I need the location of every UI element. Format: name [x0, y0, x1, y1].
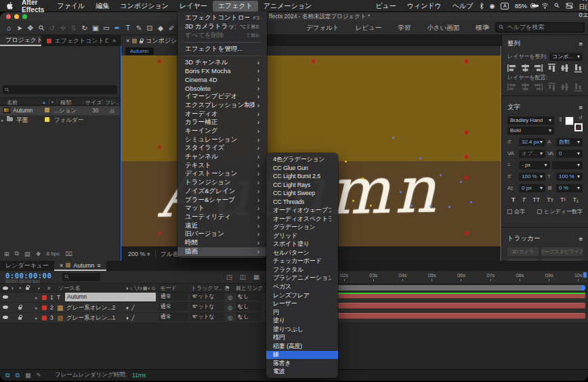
hindi-digits-checkbox[interactable]: ヒンディー数字 [537, 208, 583, 215]
column-type[interactable]: 種類 [60, 99, 71, 106]
disclosure-arrow-icon[interactable]: ▸ [1, 116, 4, 125]
distribute-right-icon[interactable] [534, 83, 543, 91]
submenu-item[interactable]: 塗りつぶし [266, 325, 338, 334]
project-item-folder[interactable]: ▸ 平面 フォルダー [0, 116, 120, 125]
text-tool[interactable]: T [123, 24, 133, 32]
menu-category[interactable]: マット [177, 204, 267, 213]
fill-color-swatch[interactable] [565, 116, 574, 125]
small-caps-icon[interactable]: Tᴛ [547, 196, 553, 203]
subscript-icon[interactable]: T₁ [572, 196, 579, 203]
label-color-chip[interactable] [42, 305, 47, 310]
font-size-select[interactable]: 32.4 px▾ [519, 138, 545, 146]
tab-project[interactable]: プロジェクト ≡ [0, 35, 41, 46]
distribute-left-icon[interactable] [507, 83, 516, 91]
spotlight-search-icon[interactable]: ⚲ [553, 2, 561, 9]
layer-name[interactable]: グレー系オレン...1 [66, 313, 115, 323]
path-vertex[interactable] [411, 205, 413, 207]
tab-effect-controls[interactable]: エフェクトコントロールA [41, 35, 108, 46]
twirl-arrow-icon[interactable]: ▸ [35, 293, 38, 303]
color-settings-icon[interactable]: ❖ [36, 251, 41, 257]
menu-category[interactable]: スタイライズ [177, 144, 267, 153]
parent-select[interactable]: なし▾ [236, 313, 261, 321]
label-color-chip[interactable] [45, 108, 49, 112]
layer-handle[interactable] [465, 232, 468, 235]
blend-mode-select[interactable]: 通常▾ [159, 313, 188, 321]
submenu-item[interactable]: 稲妻 (高度) [266, 342, 338, 351]
menu-category[interactable]: イマーシブビデオ [177, 92, 267, 101]
baseline-shift-select[interactable]: 0 px▾ [519, 184, 545, 192]
clone-stamp-tool[interactable]: ⊡ [144, 24, 155, 32]
submenu-item[interactable]: オーディオスペクトラム [266, 215, 338, 224]
menu-item[interactable]: 3D カメラトラッカー⌥⇧⌘E [177, 22, 267, 31]
project-bit-depth[interactable]: 8 bpc [47, 251, 60, 257]
visibility-toggle[interactable] [3, 316, 8, 319]
shape-tool[interactable]: ▭ [101, 24, 112, 32]
menubar-menu[interactable]: ヘルプ [447, 1, 479, 12]
submenu-item[interactable]: レンズフレア [266, 291, 338, 300]
close-tab-icon[interactable]: × [126, 37, 129, 44]
menubar-menu[interactable]: コンポジション [114, 1, 174, 12]
submenu-item[interactable]: 線 [266, 351, 338, 360]
submenu-item[interactable]: CC Glue Gun [266, 164, 338, 173]
menubar-menu[interactable]: エフェクト [213, 1, 258, 12]
screen-record-icon[interactable]: ◉ [490, 3, 495, 9]
path-vertex[interactable] [352, 200, 354, 202]
workspace-tab[interactable]: 学習 [390, 24, 419, 33]
draft-3d-icon[interactable]: ◫ [240, 273, 246, 280]
proportional-spacing-select[interactable]: 0 %▾ [556, 184, 583, 192]
tsume-select[interactable]: - px▾ [519, 161, 550, 169]
track-matte-select[interactable]: マットな▾ [190, 313, 224, 321]
parent-link-column[interactable]: 親とリンク [236, 284, 264, 293]
submenu-item[interactable]: フラクタル [266, 266, 338, 274]
align-center-horizontal-icon[interactable] [521, 64, 530, 72]
submenu-item[interactable]: 円 [266, 308, 338, 317]
submenu-item[interactable]: 落書き [266, 359, 338, 368]
distribute-top-icon[interactable] [548, 83, 555, 91]
menubar-menu[interactable]: ビュー [370, 1, 401, 12]
close-tab-icon[interactable]: × [60, 262, 63, 269]
path-vertex[interactable] [448, 206, 450, 208]
layer-duration-bar[interactable] [333, 303, 585, 309]
menu-category[interactable]: 描画 [177, 247, 267, 256]
minimize-window-button[interactable] [14, 14, 19, 19]
apple-menu-icon[interactable] [7, 2, 13, 9]
layer-switches[interactable]: ♦☼╱ [126, 293, 138, 303]
submenu-item[interactable]: 電波 [266, 368, 338, 377]
label-color-chip[interactable] [42, 295, 47, 300]
leading-select[interactable]: 自動▾ [556, 138, 583, 146]
path-vertex[interactable] [440, 174, 442, 176]
project-search-input[interactable]: ⚲ [3, 85, 117, 94]
align-right-icon[interactable] [534, 64, 543, 72]
horizontal-scale-select[interactable]: 100 %▾ [556, 173, 583, 181]
lock-toggle[interactable] [18, 317, 22, 320]
path-vertex[interactable] [345, 161, 347, 163]
blend-mode-select[interactable]: 通常▾ [159, 293, 188, 301]
menubar-menu[interactable]: ウィンドウ [402, 1, 447, 12]
time-ruler[interactable]: 02s03s04s05s06s07s08s09s10s [333, 271, 587, 284]
brush-tool[interactable]: ✎ [133, 24, 144, 32]
track-camera-button[interactable]: 3D カメラ [507, 247, 539, 256]
workspace-tab[interactable]: デフォルト [298, 24, 348, 33]
mode-column[interactable]: モード [160, 284, 176, 293]
submenu-item[interactable]: CC Light Sweep [266, 189, 338, 198]
home-tool[interactable]: ⌂ [3, 24, 14, 32]
submenu-item[interactable]: スポイト塗り [266, 240, 338, 249]
reset-swatch-icon[interactable]: ↺ [579, 115, 583, 121]
project-item-autumn[interactable]: Autumn ...ション 30 品 [0, 106, 120, 115]
align-target-select[interactable]: コンポジション▾ [549, 53, 583, 61]
align-left-icon[interactable] [507, 64, 516, 72]
align-top-icon[interactable] [548, 64, 555, 72]
track-matte-column[interactable]: トラックマ.. [191, 284, 222, 293]
roto-brush-tool[interactable]: ✐ [166, 24, 177, 32]
gpu-status-icon[interactable]: ▦ [25, 372, 31, 379]
help-search-input[interactable]: ⚲ ヘルプを検索 [495, 22, 585, 33]
menu-category[interactable]: テキスト [177, 161, 267, 170]
label-column-icon[interactable]: ▪ [51, 99, 54, 105]
submenu-item[interactable]: ベガス [266, 282, 338, 291]
menu-category[interactable]: 時間 [177, 238, 267, 247]
new-folder-icon[interactable]: ⧉ [15, 250, 19, 257]
path-vertex[interactable] [392, 137, 394, 139]
close-window-button[interactable] [6, 14, 11, 19]
twirl-arrow-icon[interactable]: ▸ [35, 303, 38, 313]
composition-mini-flowchart-icon[interactable]: ◳ [226, 273, 232, 280]
